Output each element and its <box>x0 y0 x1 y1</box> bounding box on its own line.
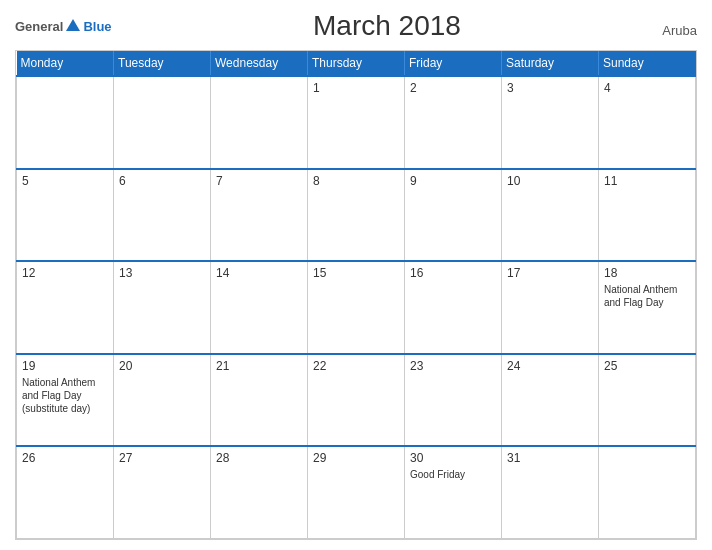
day-number: 23 <box>410 359 496 373</box>
day-header-sunday: Sunday <box>599 51 696 76</box>
calendar-cell: 19National Anthem and Flag Day (substitu… <box>17 354 114 447</box>
day-number: 8 <box>313 174 399 188</box>
calendar-cell <box>599 446 696 539</box>
calendar-cell: 20 <box>114 354 211 447</box>
day-number: 10 <box>507 174 593 188</box>
day-number: 24 <box>507 359 593 373</box>
logo-general: General <box>15 19 63 34</box>
calendar-cell <box>17 76 114 169</box>
calendar-cell: 2 <box>405 76 502 169</box>
calendar-cell: 9 <box>405 169 502 262</box>
calendar-cell: 1 <box>308 76 405 169</box>
day-number: 14 <box>216 266 302 280</box>
calendar-cell: 25 <box>599 354 696 447</box>
logo-blue: Blue <box>83 19 111 34</box>
day-number: 1 <box>313 81 399 95</box>
calendar-cell: 26 <box>17 446 114 539</box>
day-header-tuesday: Tuesday <box>114 51 211 76</box>
calendar-cell: 15 <box>308 261 405 354</box>
day-number: 22 <box>313 359 399 373</box>
day-number: 30 <box>410 451 496 465</box>
week-row-4: 19National Anthem and Flag Day (substitu… <box>17 354 696 447</box>
calendar-cell: 6 <box>114 169 211 262</box>
calendar-cell: 21 <box>211 354 308 447</box>
day-number: 26 <box>22 451 108 465</box>
day-number: 11 <box>604 174 690 188</box>
day-number: 7 <box>216 174 302 188</box>
calendar-cell: 24 <box>502 354 599 447</box>
day-number: 2 <box>410 81 496 95</box>
day-number: 18 <box>604 266 690 280</box>
logo: General Blue <box>15 17 112 35</box>
day-number: 16 <box>410 266 496 280</box>
day-number: 5 <box>22 174 108 188</box>
week-row-1: 1234 <box>17 76 696 169</box>
calendar-cell: 16 <box>405 261 502 354</box>
day-number: 17 <box>507 266 593 280</box>
day-number: 15 <box>313 266 399 280</box>
calendar-cell: 3 <box>502 76 599 169</box>
day-number: 12 <box>22 266 108 280</box>
svg-marker-0 <box>66 19 80 31</box>
day-header-wednesday: Wednesday <box>211 51 308 76</box>
calendar-cell: 5 <box>17 169 114 262</box>
calendar-cell <box>114 76 211 169</box>
calendar-cell: 12 <box>17 261 114 354</box>
event-label: Good Friday <box>410 468 496 481</box>
day-number: 25 <box>604 359 690 373</box>
calendar-cell: 18National Anthem and Flag Day <box>599 261 696 354</box>
calendar-cell: 13 <box>114 261 211 354</box>
day-header-monday: Monday <box>17 51 114 76</box>
day-number: 4 <box>604 81 690 95</box>
day-number: 21 <box>216 359 302 373</box>
calendar-cell: 28 <box>211 446 308 539</box>
day-number: 19 <box>22 359 108 373</box>
day-number: 20 <box>119 359 205 373</box>
day-number: 13 <box>119 266 205 280</box>
calendar-cell: 8 <box>308 169 405 262</box>
calendar-cell: 4 <box>599 76 696 169</box>
calendar-cell: 7 <box>211 169 308 262</box>
event-label: National Anthem and Flag Day (substitute… <box>22 376 108 415</box>
calendar-cell: 14 <box>211 261 308 354</box>
day-header-thursday: Thursday <box>308 51 405 76</box>
calendar-cell: 11 <box>599 169 696 262</box>
week-row-5: 2627282930Good Friday31 <box>17 446 696 539</box>
event-label: National Anthem and Flag Day <box>604 283 690 309</box>
calendar-cell <box>211 76 308 169</box>
calendar-cell: 30Good Friday <box>405 446 502 539</box>
day-number: 27 <box>119 451 205 465</box>
calendar-cell: 22 <box>308 354 405 447</box>
day-header-friday: Friday <box>405 51 502 76</box>
calendar-cell: 31 <box>502 446 599 539</box>
calendar-cell: 10 <box>502 169 599 262</box>
days-header-row: MondayTuesdayWednesdayThursdayFridaySatu… <box>17 51 696 76</box>
calendar-cell: 27 <box>114 446 211 539</box>
week-row-2: 567891011 <box>17 169 696 262</box>
day-number: 31 <box>507 451 593 465</box>
day-number: 6 <box>119 174 205 188</box>
calendar: MondayTuesdayWednesdayThursdayFridaySatu… <box>15 50 697 540</box>
day-header-saturday: Saturday <box>502 51 599 76</box>
calendar-title: March 2018 <box>313 10 461 42</box>
calendar-cell: 29 <box>308 446 405 539</box>
calendar-cell: 17 <box>502 261 599 354</box>
week-row-3: 12131415161718National Anthem and Flag D… <box>17 261 696 354</box>
country-label: Aruba <box>662 23 697 42</box>
day-number: 3 <box>507 81 593 95</box>
day-number: 9 <box>410 174 496 188</box>
day-number: 28 <box>216 451 302 465</box>
calendar-cell: 23 <box>405 354 502 447</box>
logo-icon <box>64 17 82 35</box>
day-number: 29 <box>313 451 399 465</box>
